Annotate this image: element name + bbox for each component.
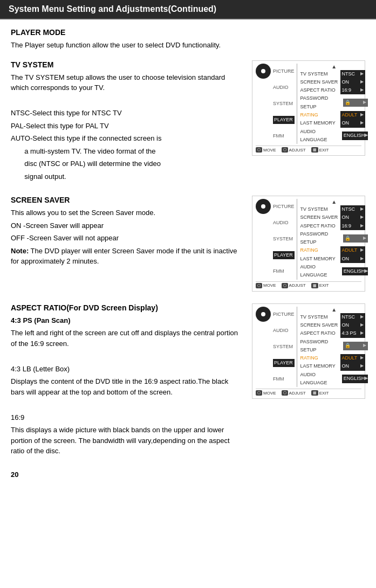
dvd-circle-icon-2 xyxy=(256,199,271,214)
menu-left-3 xyxy=(256,307,271,388)
section-text-screen-saver: SCREEN SAVER This allows you to set the … xyxy=(11,196,243,269)
menu-up-arrow-2: ▲ xyxy=(300,199,368,205)
section-title-tv-system: TV SYSTEM xyxy=(11,60,243,69)
dvd-circle-icon-3 xyxy=(256,307,271,322)
sidebar-item-player-2: PLAYER xyxy=(273,251,295,259)
menu-footer-1: ⬡ MOVE ⬡ ADJUST ▦ EXIT xyxy=(256,146,361,153)
menu-row-screen-saver-3: SCREEN SAVER ON▶ xyxy=(300,321,368,329)
section-tv-system: TV SYSTEM The TV SYSTEM setup allows the… xyxy=(11,60,365,184)
menu-left-2 xyxy=(256,199,271,280)
menu-row-password-1: PASSWORD SETUP 🔒▶ xyxy=(300,94,368,111)
menu-row-aspect-ratio-3: ASPECT RATIO 4:3 PS▶ xyxy=(300,329,368,337)
sidebar-item-player-3: PLAYER xyxy=(273,359,295,367)
sidebar-item-audio-1: AUDIO xyxy=(273,84,295,92)
section-body-tv-system: The TV SYSTEM setup allows the user to c… xyxy=(11,72,243,182)
sidebar-item-audio-2: AUDIO xyxy=(273,219,295,227)
sidebar-item-picture-3: PICTURE xyxy=(273,310,295,319)
menu-row-tv-system-3: TV SYSTEM NTSC▶ xyxy=(300,313,368,321)
section-title-aspect-ratio: ASPECT RATIO(For DVD Screen Display) xyxy=(11,303,243,312)
section-player-mode: PLAYER MODE The Player setup function al… xyxy=(11,28,365,51)
section-aspect-ratio: ASPECT RATIO(For DVD Screen Display) 4:3… xyxy=(11,303,365,459)
dvd-menu-diagram-1: PICTURE AUDIO SYSTEM PLAYER FMM ▲ TV SYS… xyxy=(252,60,365,156)
sidebar-item-system-3: SYSTEM xyxy=(273,343,295,351)
section-body-screen-saver: This allows you to set the Screen Saver … xyxy=(11,207,243,267)
menu-row-screen-saver-1: SCREEN SAVER ON▶ xyxy=(300,78,368,86)
footer-exit-1: ▦ EXIT xyxy=(311,147,329,153)
section-screen-saver: SCREEN SAVER This allows you to set the … xyxy=(11,196,365,292)
menu-row-rating-3: RATING ADULT▶ xyxy=(300,354,368,362)
footer-move-2: ⬡ MOVE xyxy=(256,283,276,288)
sidebar-item-system-1: SYSTEM xyxy=(273,100,295,108)
menu-up-arrow-3: ▲ xyxy=(300,307,368,313)
menu-row-tv-system-1: TV SYSTEM NTSC▶ xyxy=(300,70,368,78)
section-body-player-mode: The Player setup function allow the user… xyxy=(11,40,365,51)
menu-sidebar-2: PICTURE AUDIO SYSTEM PLAYER FMM xyxy=(273,199,297,280)
menu-row-audio-lang-2: AUDIO LANGUAGE ENGLISH▶ xyxy=(300,263,368,280)
menu-sidebar-3: PICTURE AUDIO SYSTEM PLAYER FMM xyxy=(273,307,297,388)
sidebar-item-audio-3: AUDIO xyxy=(273,327,295,335)
dvd-menu-diagram-3: PICTURE AUDIO SYSTEM PLAYER FMM ▲ TV SYS… xyxy=(252,303,365,399)
footer-exit-3: ▦ EXIT xyxy=(311,390,329,396)
menu-row-last-memory-3: LAST MEMORY ON▶ xyxy=(300,362,368,370)
sidebar-item-fmm-3: FMM xyxy=(273,375,295,383)
menu-sidebar-1: PICTURE AUDIO SYSTEM PLAYER FMM xyxy=(273,64,297,144)
section-text-aspect-ratio: ASPECT RATIO(For DVD Screen Display) 4:3… xyxy=(11,303,243,459)
menu-row-last-memory-1: LAST MEMORY ON▶ xyxy=(300,119,368,127)
menu-main-3: ▲ TV SYSTEM NTSC▶ SCREEN SAVER ON▶ ASPEC… xyxy=(300,307,368,388)
section-title-player-mode: PLAYER MODE xyxy=(11,28,365,37)
sidebar-item-fmm-2: FMM xyxy=(273,267,295,275)
page-number: 20 xyxy=(11,471,365,479)
menu-up-arrow-1: ▲ xyxy=(300,64,368,70)
section-title-screen-saver: SCREEN SAVER xyxy=(11,196,243,204)
menu-footer-2: ⬡ MOVE ⬡ ADJUST ▦ EXIT xyxy=(256,281,361,288)
menu-main-2: ▲ TV SYSTEM NTSC▶ SCREEN SAVER ON▶ ASPEC… xyxy=(300,199,368,280)
menu-row-rating-1: RATING ADULT▶ xyxy=(300,111,368,119)
footer-adjust-2: ⬡ ADJUST xyxy=(282,283,306,288)
sidebar-item-fmm-1: FMM xyxy=(273,132,295,140)
menu-row-aspect-ratio-2: ASPECT RATIO 16:9▶ xyxy=(300,222,368,230)
menu-row-tv-system-2: TV SYSTEM NTSC▶ xyxy=(300,205,368,213)
footer-adjust-1: ⬡ ADJUST xyxy=(282,147,306,153)
footer-move-1: ⬡ MOVE xyxy=(256,147,276,153)
menu-row-aspect-ratio-1: ASPECT RATIO 16:9▶ xyxy=(300,86,368,94)
menu-left-1 xyxy=(256,64,271,144)
dvd-circle-icon-1 xyxy=(256,64,271,79)
footer-adjust-3: ⬡ ADJUST xyxy=(282,390,306,396)
section-body-aspect-ratio: 4:3 PS (Pan Scan) The left and right of … xyxy=(11,315,243,456)
sidebar-item-player-1: PLAYER xyxy=(273,116,295,124)
header-title: System Menu Setting and Adjustments(Cont… xyxy=(9,4,216,13)
footer-move-3: ⬡ MOVE xyxy=(256,390,276,396)
menu-row-rating-2: RATING ADULT▶ xyxy=(300,246,368,254)
menu-main-1: ▲ TV SYSTEM NTSC▶ SCREEN SAVER ON▶ ASPEC… xyxy=(300,64,368,144)
sidebar-item-picture-2: PICTURE xyxy=(273,203,295,211)
main-content: PLAYER MODE The Player setup function al… xyxy=(0,19,376,487)
sidebar-item-picture-1: PICTURE xyxy=(273,67,295,75)
sidebar-item-system-2: SYSTEM xyxy=(273,235,295,243)
footer-exit-2: ▦ EXIT xyxy=(311,283,329,288)
menu-row-password-2: PASSWORD SETUP 🔒▶ xyxy=(300,230,368,247)
dvd-menu-diagram-2: PICTURE AUDIO SYSTEM PLAYER FMM ▲ TV SYS… xyxy=(252,196,365,292)
menu-row-password-3: PASSWORD SETUP 🔒▶ xyxy=(300,338,368,355)
menu-row-screen-saver-2: SCREEN SAVER ON▶ xyxy=(300,213,368,222)
menu-row-last-memory-2: LAST MEMORY ON▶ xyxy=(300,255,368,263)
page-header: System Menu Setting and Adjustments(Cont… xyxy=(0,0,376,19)
menu-footer-3: ⬡ MOVE ⬡ ADJUST ▦ EXIT xyxy=(256,389,361,396)
menu-row-audio-lang-1: AUDIO LANGUAGE ENGLISH▶ xyxy=(300,128,368,144)
menu-row-audio-lang-3: AUDIO LANGUAGE ENGLISH▶ xyxy=(300,371,368,388)
section-text-tv-system: TV SYSTEM The TV SYSTEM setup allows the… xyxy=(11,60,243,184)
